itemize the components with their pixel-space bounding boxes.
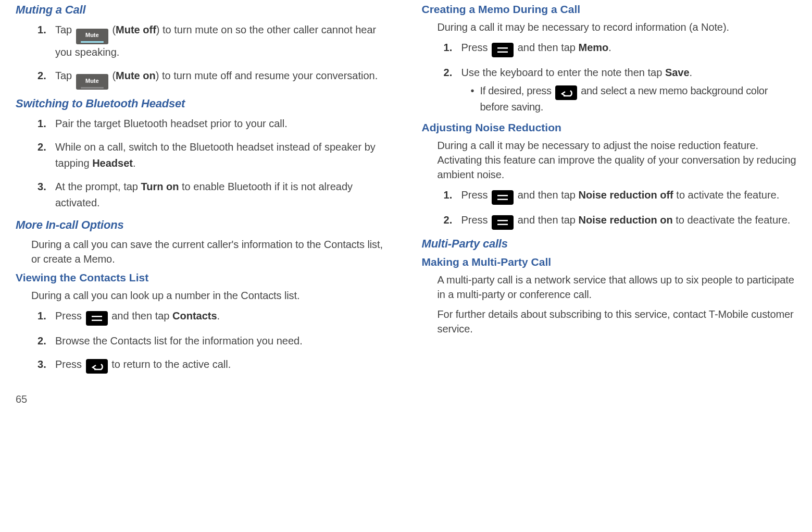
multiparty-para1: A multi-party call is a network service … (438, 273, 797, 302)
step-text: and then tap (111, 310, 172, 321)
step-text: Press (461, 214, 491, 226)
svg-rect-2 (92, 320, 102, 321)
bold-term: Memo (579, 42, 609, 53)
memo-bullets: If desired, press and select a new memo … (471, 84, 797, 114)
svg-rect-7 (497, 220, 508, 221)
step-text: to activate the feature. (673, 189, 779, 201)
svg-rect-8 (497, 224, 508, 226)
noise-para: During a call it may be necessary to adj… (438, 138, 797, 182)
bullet-item: If desired, press and select a new memo … (471, 84, 797, 114)
step-text: Pair the target Bluetooth headset prior … (55, 118, 288, 129)
bold-term: Noise reduction on (579, 214, 673, 226)
step-item: Use the keyboard to enter the note then … (444, 65, 797, 114)
step-text: and then tap (518, 42, 579, 53)
step-text: . (690, 67, 693, 78)
bullet-text: If desired, press (480, 85, 554, 96)
menu-icon (492, 215, 514, 230)
bold-term: Headset (92, 157, 133, 169)
step-text: Press (461, 189, 491, 201)
step-text: At the prompt, tap (55, 181, 141, 192)
step-item: While on a call, switch to the Bluetooth… (38, 139, 391, 171)
step-text: Browse the Contacts list for the informa… (55, 335, 303, 347)
step-text: and then tap (518, 214, 579, 226)
heading-contacts: Viewing the Contacts List (16, 271, 391, 284)
heading-multiparty: Multi-Party calls (422, 237, 797, 251)
page-content: Muting a Call Tap Mute (Mute off) to tur… (16, 0, 796, 381)
step-text: Use the keyboard to enter the note then … (461, 67, 665, 78)
noise-steps: Press and then tap Noise reduction off t… (444, 187, 797, 230)
menu-icon (86, 311, 108, 326)
step-text: Press (55, 310, 85, 321)
mute-off-button-icon: Mute (76, 29, 108, 44)
step-item: Press and then tap Contacts. (38, 308, 391, 326)
page-number: 65 (16, 393, 796, 405)
more-options-para: During a call you can save the current c… (31, 237, 391, 266)
svg-rect-1 (92, 316, 102, 317)
mute-label: Mute (85, 31, 99, 40)
menu-icon (492, 190, 514, 205)
step-item: Press and then tap Noise reduction off t… (444, 187, 797, 205)
left-column: Muting a Call Tap Mute (Mute off) to tur… (16, 0, 391, 381)
mute-indicator-icon (81, 87, 104, 89)
step-item: Tap Mute (Mute on) to turn mute off and … (38, 68, 391, 90)
svg-rect-5 (497, 195, 508, 196)
step-text: and then tap (518, 189, 579, 201)
heading-more-options: More In-call Options (16, 218, 391, 232)
step-text: to deactivate the feature. (673, 214, 791, 226)
step-text: . (608, 42, 611, 53)
memo-para: During a call it may be necessary to rec… (438, 20, 797, 34)
mute-indicator-icon (81, 41, 104, 43)
heading-making-multiparty: Making a Multi-Party Call (422, 256, 797, 268)
step-text: Tap (55, 24, 75, 35)
step-text: Press (55, 358, 85, 370)
contacts-steps: Press and then tap Contacts. Browse the … (38, 308, 391, 374)
svg-rect-6 (497, 199, 508, 201)
back-icon (555, 85, 577, 100)
heading-noise: Adjusting Noise Reduction (422, 121, 797, 134)
mute-state-label: Mute on (116, 70, 156, 81)
mute-on-button-icon: Mute (76, 74, 108, 90)
svg-rect-0 (90, 314, 104, 323)
step-item: Tap Mute (Mute off) to turn mute on so t… (38, 22, 391, 60)
step-item: Pair the target Bluetooth headset prior … (38, 116, 391, 132)
step-item: Press to return to the active call. (38, 356, 391, 374)
muting-steps: Tap Mute (Mute off) to turn mute on so t… (38, 22, 391, 90)
step-item: Press and then tap Memo. (444, 40, 797, 57)
bold-term: Noise reduction off (579, 189, 673, 201)
step-text: Tap (55, 70, 75, 81)
contacts-para: During a call you can look up a number i… (31, 288, 391, 303)
back-icon (86, 359, 108, 374)
heading-memo: Creating a Memo During a Call (422, 3, 797, 16)
step-text: to return to the active call. (111, 358, 231, 370)
svg-rect-3 (497, 47, 508, 49)
step-text: . (133, 157, 136, 169)
heading-muting: Muting a Call (16, 3, 391, 17)
multiparty-para2: For further details about subscribing to… (438, 307, 797, 336)
memo-steps: Press and then tap Memo. Use the keyboar… (444, 40, 797, 114)
step-text: . (217, 310, 220, 321)
step-text: ) to turn mute off and resume your conve… (156, 70, 378, 81)
step-item: Press and then tap Noise reduction on to… (444, 212, 797, 230)
bold-term: Save (665, 67, 690, 78)
bold-term: Contacts (172, 310, 217, 321)
bold-term: Turn on (141, 181, 179, 192)
mute-label: Mute (85, 77, 99, 85)
heading-bluetooth: Switching to Bluetooth Headset (16, 97, 391, 110)
step-text: Press (461, 42, 491, 53)
bluetooth-steps: Pair the target Bluetooth headset prior … (38, 116, 391, 211)
mute-state-label: Mute off (116, 24, 156, 35)
menu-icon (492, 43, 514, 57)
right-column: Creating a Memo During a Call During a c… (422, 0, 797, 381)
step-item: At the prompt, tap Turn on to enable Blu… (38, 179, 391, 211)
step-item: Browse the Contacts list for the informa… (38, 333, 391, 349)
svg-rect-4 (497, 52, 508, 53)
